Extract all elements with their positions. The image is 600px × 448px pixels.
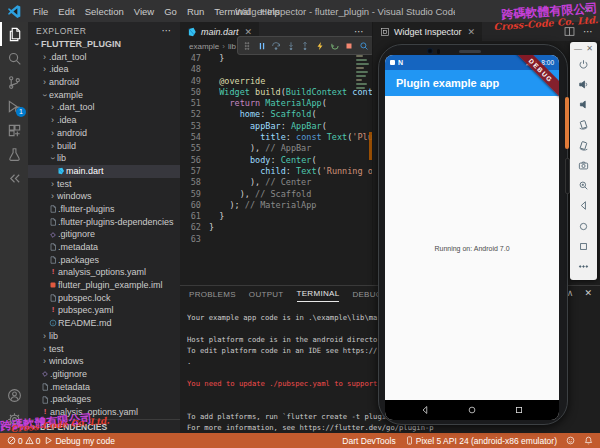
tree-item--flutter-plugins-dependencies[interactable]: .flutter-plugins-dependencies — [28, 216, 180, 229]
emulator-home-icon[interactable] — [578, 221, 589, 232]
tree-item--metadata[interactable]: .metadata — [28, 381, 180, 394]
code-line-58: 58 ), // Center — [180, 177, 372, 188]
emulator-more-icon[interactable] — [578, 261, 589, 272]
feedback-icon[interactable] — [566, 436, 575, 445]
panel-tab-output[interactable]: OUTPUT — [249, 290, 284, 299]
code-line-48: 48 — [180, 64, 372, 75]
tree-item-analysis-options-yaml[interactable]: !analysis_options.yaml — [28, 406, 180, 419]
tab-widget-inspector[interactable]: Widget Inspector ✕ — [373, 22, 482, 41]
power-button[interactable] — [565, 97, 569, 149]
activity-search[interactable] — [0, 46, 28, 70]
emulator-rotate-left-icon[interactable] — [578, 119, 589, 130]
emulator-screenshot-icon[interactable] — [578, 160, 589, 171]
more-actions-icon[interactable]: ⋯ — [583, 26, 594, 37]
tree-item--gitignore[interactable]: .gitignore — [28, 368, 180, 381]
step-out-icon[interactable] — [300, 41, 310, 51]
menu-file[interactable]: File — [28, 6, 53, 17]
activity-testing[interactable] — [0, 142, 28, 166]
tree-item-windows[interactable]: ›windows — [28, 355, 180, 368]
tree-item-flutter-plugin-example-iml[interactable]: flutter_plugin_example.iml — [28, 279, 180, 292]
tree-item-test[interactable]: ›test — [28, 178, 180, 191]
emulator-rotate-right-icon[interactable] — [578, 140, 589, 151]
tree-item-pubspec-lock[interactable]: pubspec.lock — [28, 292, 180, 305]
notifications-bell-icon[interactable] — [584, 436, 593, 445]
dependencies-section[interactable]: › DEPENDENCIES — [28, 419, 180, 433]
minimize-icon[interactable]: — — [574, 44, 582, 53]
emulator-back-icon[interactable] — [578, 200, 589, 211]
dart-devtools-button[interactable]: Dart DevTools — [342, 436, 395, 446]
tree-item--metadata[interactable]: .metadata — [28, 241, 180, 254]
code-line-59: 59 ), // Scaffold — [180, 189, 372, 200]
activity-run-and-debug[interactable]: 1 — [0, 94, 28, 118]
emulator-volume-up-icon[interactable] — [578, 79, 589, 90]
step-into-icon[interactable] — [286, 41, 296, 51]
tree-item-lib[interactable]: ›lib — [28, 152, 180, 165]
close-tab-icon[interactable]: ✕ — [468, 27, 476, 37]
activity-explorer[interactable] — [0, 22, 28, 46]
explorer-actions-icon[interactable]: ⋯ — [162, 25, 173, 36]
menu-run[interactable]: Run — [182, 6, 209, 17]
debug-status[interactable]: Debug my code — [44, 436, 115, 446]
pause-icon[interactable] — [257, 41, 267, 51]
problems-indicator[interactable]: 0 0 — [7, 436, 40, 446]
emulator-overview-icon[interactable] — [578, 241, 589, 252]
activity-settings[interactable] — [0, 407, 28, 431]
tree-item--idea[interactable]: ›.idea — [28, 114, 180, 127]
tree-item-android[interactable]: ›android — [28, 76, 180, 89]
activity-accounts[interactable] — [0, 383, 28, 407]
tree-item-flutter-plugin[interactable]: ›FLUTTER_PLUGIN — [28, 38, 180, 51]
code-editor[interactable]: 47 }4849 @override50 Widget build(BuildC… — [180, 53, 372, 245]
emulator-zoom-icon[interactable] — [578, 180, 589, 191]
tree-item-build[interactable]: ›build — [28, 140, 180, 153]
doc-file-icon — [48, 294, 58, 302]
tree-item-main-dart[interactable]: main.dart — [28, 165, 180, 178]
tree-item-pubspec-yaml[interactable]: !pubspec.yaml — [28, 304, 180, 317]
tree-item--dart-tool[interactable]: ›.dart_tool — [28, 51, 180, 64]
drag-icon[interactable] — [242, 41, 252, 51]
emulator-power-icon[interactable] — [578, 59, 589, 70]
tree-item--dart-tool[interactable]: ›.dart_tool — [28, 101, 180, 114]
menu-selection[interactable]: Selection — [80, 6, 129, 17]
panel-tab-terminal[interactable]: TERMINAL — [297, 287, 340, 302]
volume-button[interactable] — [565, 158, 570, 194]
nav-back-icon[interactable] — [420, 405, 430, 415]
tree-item--gitignore[interactable]: .gitignore — [28, 228, 180, 241]
chevron-right-icon: › — [40, 343, 49, 356]
code-line-57: 57 child: Text('Running on: $_platformVe… — [180, 166, 372, 177]
tree-item--flutter-plugins[interactable]: .flutter-plugins — [28, 203, 180, 216]
activity-extensions[interactable] — [0, 118, 28, 142]
chevron-right-icon: › — [28, 422, 40, 432]
inspector-icon[interactable] — [359, 41, 369, 51]
tree-item--idea[interactable]: ›.idea — [28, 63, 180, 76]
split-editor-icon[interactable] — [564, 26, 575, 37]
restart-icon[interactable] — [330, 41, 340, 51]
tree-item-android[interactable]: ›android — [28, 127, 180, 140]
tree-item-lib[interactable]: ›lib — [28, 330, 180, 343]
activity-flutter-outline[interactable] — [0, 166, 28, 190]
menu-view[interactable]: View — [129, 6, 159, 17]
tree-item--packages[interactable]: .packages — [28, 254, 180, 267]
tree-item--packages[interactable]: .packages — [28, 393, 180, 406]
step-over-icon[interactable] — [271, 41, 281, 51]
device-selector[interactable]: Pixel 5 API 24 (android-x86 emulator) — [405, 436, 557, 446]
nav-overview-icon[interactable] — [514, 405, 524, 415]
window-close-icon[interactable]: ✕ — [584, 4, 592, 15]
panel-tab-problems[interactable]: PROBLEMS — [189, 290, 236, 299]
close-icon[interactable]: ✕ — [586, 44, 593, 53]
nav-home-icon[interactable] — [467, 405, 477, 415]
tree-item-analysis-options-yaml[interactable]: !analysis_options.yaml — [28, 266, 180, 279]
phone-screen[interactable]: N 8:00 Plugin example app Running on: An… — [385, 55, 559, 420]
tree-item-example[interactable]: ›example — [28, 89, 180, 102]
tree-item-readme-md[interactable]: README.md — [28, 317, 180, 330]
tree-item-test[interactable]: ›test — [28, 343, 180, 356]
earpiece-speaker — [459, 50, 481, 53]
stop-icon[interactable] — [344, 41, 354, 51]
hot-reload-icon[interactable] — [315, 41, 325, 51]
close-tab-icon[interactable]: ✕ — [245, 27, 253, 37]
tree-item-windows[interactable]: ›windows — [28, 190, 180, 203]
emulator-volume-down-icon[interactable] — [578, 99, 589, 110]
activity-source-control[interactable] — [0, 70, 28, 94]
menu-go[interactable]: Go — [159, 6, 182, 17]
menu-edit[interactable]: Edit — [53, 6, 79, 17]
close-panel-icon[interactable]: ✕ — [584, 288, 592, 298]
